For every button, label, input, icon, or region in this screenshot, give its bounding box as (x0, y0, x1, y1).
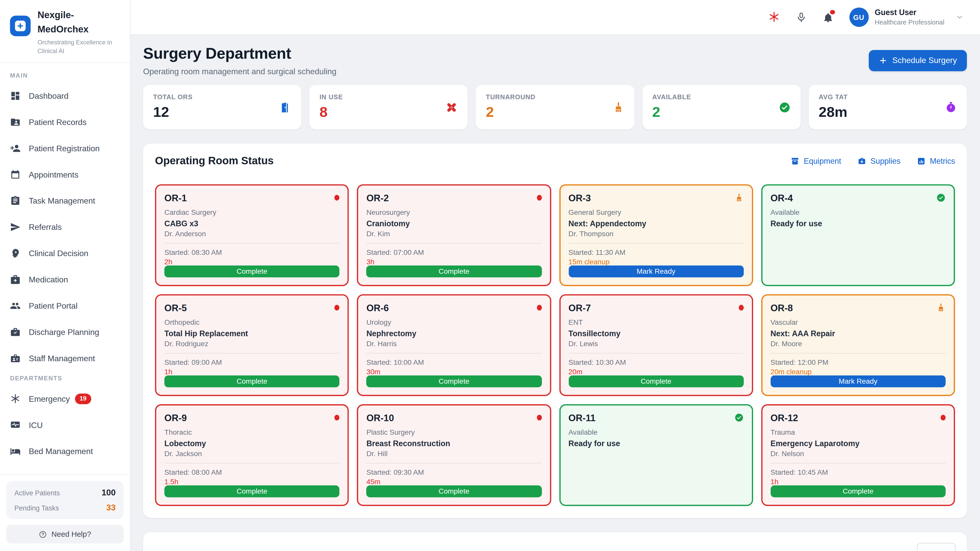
or-specialty: Orthopedic (164, 319, 339, 326)
divider (366, 463, 542, 464)
or-id: OR-8 (770, 302, 793, 313)
sidebar-item[interactable]: Clinical Decision (10, 244, 120, 262)
sidebar-item[interactable]: Appointments (10, 165, 120, 184)
sidebar-item[interactable]: Task Management (10, 191, 120, 210)
sidebar: Nexgile-MedOrchex Orchestrating Excellen… (0, 0, 130, 551)
user-menu[interactable]: GU Guest User Healthcare Professional (849, 7, 964, 27)
or-start-time: Started: 08:00 AM (164, 468, 339, 476)
stat-value: 28m (819, 105, 957, 119)
check-circle-icon (936, 193, 946, 203)
sidebar-item[interactable]: Medication (10, 270, 120, 289)
panel-link[interactable]: Supplies (857, 157, 900, 165)
need-help-button[interactable]: Need Help? (6, 525, 124, 543)
sidebar-item[interactable]: Referrals (10, 218, 120, 236)
sidebar-item[interactable]: Patient Portal (10, 296, 120, 315)
or-id: OR-5 (164, 302, 187, 313)
or-procedure: Lobectomy (164, 439, 339, 448)
bed-icon (10, 446, 21, 456)
or-action-button[interactable]: Complete (770, 485, 945, 497)
or-surgeon: Dr. Kim (366, 230, 542, 237)
voice-input-button[interactable] (795, 11, 807, 23)
or-action-button[interactable]: Complete (366, 265, 542, 277)
inventory-icon (791, 157, 799, 165)
or-status-panel: Operating Room Status Equipment Supplies (143, 144, 967, 518)
sidebar-item-label: Patient Records (29, 117, 87, 127)
dashboard-icon (10, 90, 21, 101)
divider (568, 243, 743, 244)
busy-dot-icon (334, 195, 340, 200)
or-card-header: OR-9 (164, 412, 339, 423)
or-specialty: Available (770, 209, 945, 216)
sidebar-item[interactable]: ICU (10, 416, 120, 434)
or-procedure: Craniotomy (366, 219, 542, 228)
panel-link[interactable]: Equipment (791, 157, 841, 165)
emergency-asterisk-icon (768, 11, 780, 23)
pending-tasks-value: 33 (106, 503, 116, 512)
or-action-button[interactable]: Mark Ready (568, 265, 743, 277)
or-duration: 30m (366, 368, 542, 375)
app-root: Nexgile-MedOrchex Orchestrating Excellen… (0, 0, 980, 551)
active-patients-label: Active Patients (14, 489, 60, 496)
or-card-header: OR-7 (568, 302, 743, 313)
stat-value: 8 (320, 105, 458, 119)
brand-text: Nexgile-MedOrchex Orchestrating Excellen… (38, 8, 121, 55)
or-action-button[interactable]: Complete (366, 375, 542, 387)
check-circle-icon (734, 413, 744, 422)
sidebar-item[interactable]: Dashboard (10, 86, 120, 105)
or-specialty: Plastic Surgery (366, 429, 542, 436)
or-id: OR-6 (366, 302, 389, 313)
or-start-time: Started: 11:30 AM (568, 248, 743, 256)
person-add-icon (10, 143, 21, 154)
or-id: OR-12 (770, 412, 798, 423)
chart-icon (917, 157, 925, 165)
or-card-header: OR-4 (770, 192, 945, 203)
sidebar-item[interactable]: Patient Records (10, 113, 120, 131)
or-action-button[interactable]: Complete (164, 485, 339, 497)
notification-badge: 19 (75, 393, 91, 404)
door-open-icon (280, 101, 291, 113)
or-procedure: Ready for use (770, 219, 945, 228)
plus-icon (878, 56, 887, 65)
sidebar-item[interactable]: Staff Management (10, 349, 120, 367)
stat-label: AVG TAT (819, 93, 957, 100)
stopwatch-icon (945, 101, 957, 113)
panel-link-label: Metrics (930, 157, 955, 165)
or-specialty: ENT (568, 319, 743, 326)
or-duration: 1h (164, 368, 339, 375)
sidebar-item-label: Task Management (29, 196, 95, 205)
partial-button[interactable] (917, 543, 956, 551)
notifications-button[interactable] (822, 11, 834, 23)
people-icon (10, 300, 21, 311)
or-card: OR-9 Thoracic Lobectomy Dr. Jackson Star… (155, 404, 349, 506)
or-procedure: Next: Appendectomy (568, 219, 743, 228)
or-action-button[interactable]: Complete (164, 375, 339, 387)
notification-dot (830, 10, 835, 14)
medkit-icon (10, 274, 21, 285)
or-card: OR-3 General Surgery Next: Appendectomy … (559, 184, 753, 286)
or-panel-title: Operating Room Status (155, 155, 274, 167)
sidebar-item[interactable]: Emergency 19 (10, 389, 120, 408)
briefcase-check-icon (10, 327, 21, 337)
panel-link[interactable]: Metrics (917, 157, 955, 165)
topbar: GU Guest User Healthcare Professional (130, 0, 980, 35)
or-id: OR-10 (366, 412, 394, 423)
user-role: Healthcare Professional (875, 18, 944, 27)
or-action-button[interactable]: Complete (568, 375, 743, 387)
or-duration: 1h (770, 478, 945, 485)
or-action-button[interactable]: Complete (366, 485, 542, 497)
or-card: OR-6 Urology Nephrectomy Dr. Harris Star… (357, 294, 551, 396)
sidebar-item[interactable]: Bed Management (10, 442, 120, 460)
or-panel-links: Equipment Supplies Metrics (791, 157, 955, 165)
stats-row: TOTAL ORS 12 IN USE 8 TURNAROUND 2 (143, 85, 967, 129)
emergency-alert-button[interactable] (768, 11, 780, 23)
or-card: OR-8 Vascular Next: AAA Repair Dr. Moore… (761, 294, 955, 396)
or-action-button[interactable]: Mark Ready (770, 375, 945, 387)
or-action-button[interactable]: Complete (164, 265, 339, 277)
busy-dot-icon (536, 195, 542, 200)
chevron-down-icon[interactable] (956, 13, 964, 21)
divider (164, 463, 339, 464)
stat-value: 12 (153, 105, 291, 119)
sidebar-item[interactable]: Discharge Planning (10, 322, 120, 341)
sidebar-item[interactable]: Patient Registration (10, 139, 120, 157)
schedule-surgery-button[interactable]: Schedule Surgery (869, 50, 967, 71)
